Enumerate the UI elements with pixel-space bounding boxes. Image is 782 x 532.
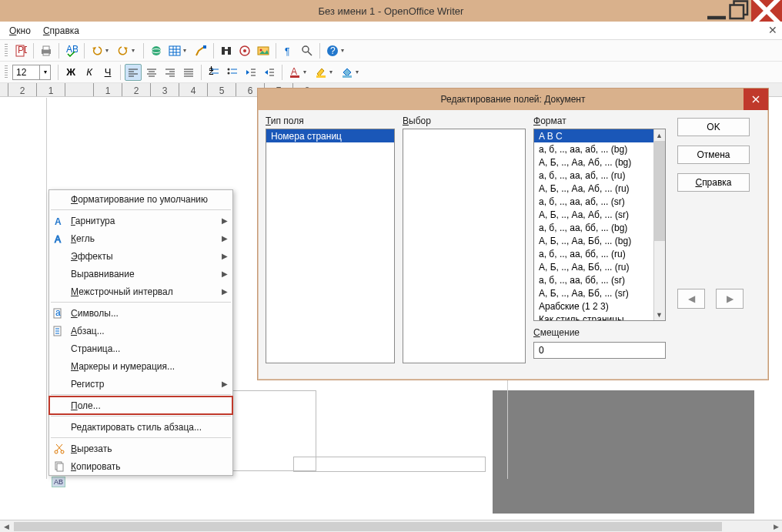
list-item[interactable]: а, б, .., аа, бб, ... (sr)	[534, 273, 653, 286]
menu-item[interactable]: Форматирование по умолчанию	[49, 190, 232, 208]
list-item[interactable]: а, б, .., аа, бб, ... (ru)	[534, 247, 653, 260]
list-item[interactable]: А, Б, .., Аа, Аб, ... (sr)	[534, 208, 653, 221]
show-draw-toolbar-button[interactable]	[192, 42, 209, 59]
menu-item[interactable]: aСимволы...	[49, 304, 232, 322]
dialog-titlebar[interactable]: Редактирование полей: Документ	[258, 89, 768, 110]
window-minimize-button[interactable]	[705, 0, 728, 22]
print-button[interactable]	[38, 42, 55, 59]
menu-item[interactable]: Редактировать стиль абзаца...	[49, 418, 232, 436]
scroll-up-button[interactable]: ▲	[653, 129, 665, 141]
list-item[interactable]: А, Б, .., Аа, Бб, ... (ru)	[534, 260, 653, 273]
horizontal-scrollbar[interactable]: ◀ ▶	[0, 520, 782, 532]
undo-dropdown[interactable]: ▾	[105, 47, 112, 54]
export-pdf-button[interactable]: PDF	[12, 42, 29, 59]
menu-item[interactable]: Поле...	[49, 396, 232, 414]
help-button[interactable]: ?	[324, 42, 341, 59]
hyperlink-button[interactable]	[148, 42, 165, 59]
highlight-color-dropdown[interactable]: ▾	[329, 69, 336, 75]
ok-button[interactable]: OK	[677, 118, 750, 136]
spellcheck-button[interactable]: ABC	[63, 42, 80, 59]
help-button[interactable]: Справка	[677, 173, 750, 192]
gallery-button[interactable]	[255, 42, 272, 59]
list-item[interactable]: А, Б, .., Аа, Аб, ... (bg)	[534, 156, 653, 169]
scroll-left-button[interactable]: ◀	[0, 520, 12, 532]
menu-item[interactable]: Абзац...	[49, 322, 232, 340]
decrease-indent-button[interactable]	[242, 64, 259, 81]
list-item[interactable]: А, Б, .., Аа, Бб, ... (bg)	[534, 234, 653, 247]
svg-rect-62	[290, 75, 299, 78]
list-item[interactable]: а, б, .., аа, бб, ... (bg)	[534, 221, 653, 234]
increase-indent-button[interactable]	[261, 64, 278, 81]
numbered-list-button[interactable]: 12	[206, 64, 222, 81]
menu-item[interactable]: AКегль▶	[49, 229, 232, 247]
menu-item[interactable]: Вырезать	[49, 440, 232, 457]
bold-button[interactable]: Ж	[62, 64, 79, 81]
list-item[interactable]: а, б, .., аа, аб, ... (sr)	[534, 195, 653, 208]
list-item[interactable]: Как стиль страницы	[534, 313, 653, 321]
menu-item[interactable]: AГарнитура▶	[49, 212, 232, 229]
redo-dropdown[interactable]: ▾	[132, 47, 138, 54]
navigator-button[interactable]	[236, 42, 253, 59]
help-dropdown[interactable]: ▾	[341, 47, 347, 54]
undo-button[interactable]	[89, 42, 105, 59]
menu-window[interactable]: Окно	[3, 23, 37, 38]
scroll-thumb[interactable]	[14, 522, 722, 531]
format-scrollbar[interactable]: ▲ ▼	[653, 129, 665, 320]
list-item[interactable]: Номера страниц	[266, 129, 394, 142]
offset-input[interactable]	[533, 342, 666, 359]
list-item[interactable]: A B C	[534, 129, 653, 142]
nonprinting-chars-button[interactable]: ¶	[280, 42, 297, 59]
list-item[interactable]: А, Б, .., Аа, Бб, ... (sr)	[534, 286, 653, 299]
selection-listbox[interactable]	[403, 129, 526, 363]
document-close-button[interactable]: ✕	[768, 24, 777, 36]
align-right-button[interactable]	[162, 64, 179, 81]
menu-help[interactable]: Справка	[37, 23, 85, 38]
table-button[interactable]	[166, 42, 183, 59]
scroll-down-button[interactable]: ▼	[653, 309, 665, 320]
align-left-button[interactable]	[125, 64, 142, 81]
scroll-thumb[interactable]	[653, 141, 665, 241]
menu-item[interactable]: Межстрочный интервал▶	[49, 283, 232, 300]
cancel-button[interactable]: Отмена	[677, 146, 750, 164]
redo-button[interactable]	[115, 42, 132, 59]
table-dropdown[interactable]: ▾	[183, 47, 189, 54]
list-item[interactable]: А, Б, .., Аа, Аб, ... (ru)	[534, 182, 653, 195]
toolbar-grip[interactable]	[5, 65, 8, 79]
svg-text:2: 2	[209, 66, 214, 77]
background-color-dropdown[interactable]: ▾	[356, 69, 362, 75]
list-item[interactable]: а, б, .., аа, аб, ... (bg)	[534, 142, 653, 156]
dialog-close-button[interactable]	[744, 89, 768, 110]
scroll-right-button[interactable]: ▶	[770, 520, 782, 532]
background-color-button[interactable]	[339, 64, 356, 81]
italic-button[interactable]: К	[81, 64, 98, 81]
font-size-combo[interactable]: 12 ▾	[12, 65, 51, 80]
toolbar-standard: PDF ABC ▾ ▾ ▾ ¶ ? ▾	[0, 40, 782, 62]
menu-item[interactable]: Регистр▶	[49, 375, 232, 393]
bullet-list-button[interactable]	[224, 64, 241, 81]
font-color-button[interactable]: A	[286, 64, 303, 81]
find-button[interactable]	[218, 42, 235, 59]
zoom-button[interactable]	[299, 42, 316, 59]
align-justify-button[interactable]	[180, 64, 197, 81]
highlight-color-button[interactable]	[312, 64, 329, 81]
align-center-button[interactable]	[143, 64, 160, 81]
menu-item[interactable]: Маркеры и нумерация...	[49, 357, 232, 375]
list-item[interactable]: Арабские (1 2 3)	[534, 299, 653, 313]
font-size-dropdown[interactable]: ▾	[39, 65, 50, 79]
menu-item[interactable]: Эффекты▶	[49, 247, 232, 265]
window-restore-button[interactable]	[728, 0, 751, 22]
menu-item[interactable]: Выравнивание▶	[49, 265, 232, 283]
text-frame[interactable]	[293, 457, 486, 472]
menu-item[interactable]: Копировать	[49, 457, 232, 475]
toolbar-grip[interactable]	[5, 44, 8, 58]
next-field-button[interactable]: ▶	[716, 289, 744, 309]
field-type-listbox[interactable]: Номера страниц	[266, 129, 395, 363]
prev-field-button[interactable]: ◀	[677, 289, 705, 309]
window-close-button[interactable]	[751, 0, 782, 22]
page-field-marker[interactable]: AB	[52, 477, 65, 487]
menu-item[interactable]: Страница...	[49, 340, 232, 357]
underline-button[interactable]: Ч	[99, 64, 116, 81]
font-color-dropdown[interactable]: ▾	[303, 69, 309, 75]
list-item[interactable]: а, б, .., аа, аб, ... (ru)	[534, 169, 653, 182]
format-listbox[interactable]: A B Cа, б, .., аа, аб, ... (bg)А, Б, ..,…	[533, 129, 666, 321]
